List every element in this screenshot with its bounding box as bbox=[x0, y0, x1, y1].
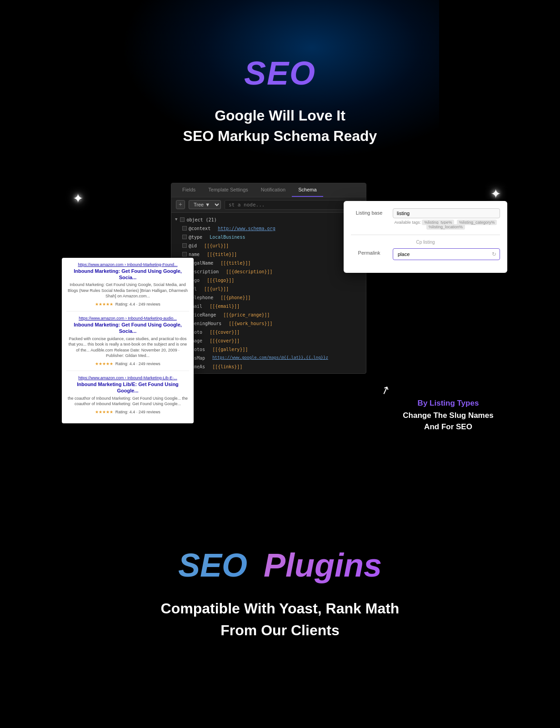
plugins-word: Plugins bbox=[264, 547, 382, 583]
curved-arrow-right-icon: ↗ bbox=[379, 382, 392, 397]
seo-word: SEO bbox=[178, 547, 247, 583]
g-stars-1: ★★★★★ bbox=[95, 302, 113, 306]
g-stars-2: ★★★★★ bbox=[95, 361, 113, 366]
schema-value-bracket: [[{url}]] bbox=[204, 242, 229, 249]
seo-subtitle: Google Will Love It SEO Markup Schema Re… bbox=[0, 105, 560, 146]
schema-value-bracket: [[{logo}]] bbox=[207, 277, 234, 284]
schema-key: name bbox=[189, 251, 205, 258]
permalink-label: Permalink bbox=[351, 248, 387, 256]
schema-tree-select[interactable]: Tree ▼ bbox=[189, 200, 221, 209]
schema-value-url: https://www.google.com/maps/@{{.lat}},{{… bbox=[212, 355, 328, 361]
schema-editor-panel: Fields Template Settings Notification Sc… bbox=[171, 183, 366, 374]
schema-row-description: description [[{description}]] bbox=[179, 267, 366, 276]
seo-plugins-subtitle-line1: Compatible With Yoast, Rank Math bbox=[161, 600, 400, 617]
g-rating-1: Rating: 4.4 · 249 reviews bbox=[115, 302, 160, 306]
bottom-spacer bbox=[0, 437, 560, 519]
schema-row-image: image [[{cover}]] bbox=[179, 336, 366, 345]
schema-search-input[interactable] bbox=[225, 200, 361, 210]
schema-row-openinghours: openingHours [[{work_hours}]] bbox=[179, 319, 366, 328]
google-result-2: https://www.amazon.com › Inbound-Marketi… bbox=[66, 316, 189, 371]
annotation-right-line1: Change The Slug Names bbox=[403, 411, 493, 420]
g-title-3: Inbound Marketing Lib/E: Get Found Using… bbox=[66, 381, 189, 394]
schema-row-type: @type LocalBusiness bbox=[179, 233, 366, 241]
schema-value-bracket: [[{links}]] bbox=[212, 363, 242, 370]
schema-row-legalname: legalName [[{title}]] bbox=[179, 259, 366, 267]
g-url-1: https://www.amazon.com › Inbound-Marketi… bbox=[66, 262, 189, 267]
tab-fields[interactable]: Fields bbox=[176, 183, 202, 197]
schema-checkbox[interactable] bbox=[180, 217, 185, 222]
schema-value: LocalBusiness bbox=[210, 234, 245, 241]
tag-badge-location: %listing_location% bbox=[426, 224, 465, 230]
seo-title: SEO bbox=[0, 55, 560, 92]
schema-row-email: email [[{email}]] bbox=[179, 302, 366, 311]
permalink-input[interactable] bbox=[393, 248, 500, 260]
permalink-row: Permalink ↻ bbox=[351, 248, 500, 260]
google-result-1: https://www.amazon.com › Inbound-Marketi… bbox=[66, 262, 189, 311]
schema-row-name: name [[{title}]] bbox=[179, 250, 366, 259]
schema-row-sameas: sameAs [[{links}]] bbox=[179, 362, 366, 371]
schema-row-url: url [[{url}]] bbox=[179, 285, 366, 293]
schema-value-bracket: [[{gallery}]] bbox=[212, 346, 248, 353]
tab-template-settings[interactable]: Template Settings bbox=[202, 183, 254, 197]
permalink-input-group: ↻ bbox=[393, 248, 500, 260]
schema-row-photo: photo [[{cover}]] bbox=[179, 328, 366, 336]
listing-base-input-group: Available tags: %listing_type% %listing_… bbox=[393, 208, 500, 229]
schema-value-bracket: [[{email}]] bbox=[210, 303, 240, 310]
permalink-input-wrap: ↻ bbox=[393, 248, 500, 260]
schema-value-bracket: [[{url}]] bbox=[204, 286, 229, 292]
schema-toolbar: + Tree ▼ bbox=[171, 197, 366, 213]
schema-value-bracket: [[{cover}]] bbox=[210, 337, 240, 344]
settings-panel: Listing base Available tags: %listing_ty… bbox=[344, 201, 507, 273]
schema-row-telephone: telephone [[{phone}]] bbox=[179, 293, 366, 302]
schema-key: object (21) bbox=[186, 216, 216, 223]
seo-plugins-subtitle: Compatible With Yoast, Rank Math From Ou… bbox=[9, 597, 551, 641]
schema-key: @id bbox=[189, 242, 202, 249]
schema-checkbox[interactable] bbox=[182, 243, 187, 248]
schema-row-context: @context http://www.schema.org bbox=[179, 224, 366, 233]
schema-row-pricerange: priceRange [[{price_range}]] bbox=[179, 311, 366, 319]
g-rating-3: Rating: 4.4 · 249 reviews bbox=[115, 410, 160, 414]
schema-content: ▼ object (21) @context http://www.schema… bbox=[171, 213, 366, 374]
tab-schema[interactable]: Schema bbox=[292, 183, 323, 197]
schema-row-hasmap: hasMap https://www.google.com/maps/@{{.l… bbox=[179, 354, 366, 362]
g-stars-3: ★★★★★ bbox=[95, 410, 113, 414]
schema-row-id: @id [[{url}]] bbox=[179, 241, 366, 250]
schema-row-object: ▼ object (21) bbox=[171, 216, 366, 224]
schema-key: openingHours bbox=[189, 320, 227, 327]
schema-key: @type bbox=[189, 234, 208, 241]
schema-checkbox[interactable] bbox=[182, 252, 187, 256]
available-tags-label: Available tags: bbox=[395, 220, 422, 225]
by-listing-types-label: By Listing Types bbox=[394, 399, 503, 408]
schema-key: description bbox=[189, 268, 224, 275]
schema-row-logo: logo [[{logo}]] bbox=[179, 276, 366, 285]
settings-divider bbox=[351, 235, 500, 235]
g-url-3: https://www.amazon.com › Inbound-Marketi… bbox=[66, 376, 189, 380]
seo-section: SEO Google Will Love It SEO Markup Schem… bbox=[0, 0, 560, 437]
annotation-right-text: Change The Slug Names And For SEO bbox=[394, 410, 503, 433]
annotation-right-line2: And For SEO bbox=[424, 422, 472, 431]
page-wrapper: SEO Google Will Love It SEO Markup Schem… bbox=[0, 0, 560, 728]
seo-plugins-title: SEO Plugins bbox=[9, 547, 551, 584]
google-result-3: https://www.amazon.com › Inbound-Marketi… bbox=[66, 376, 189, 419]
schema-checkbox[interactable] bbox=[182, 235, 187, 239]
g-title-1: Inbound Marketing: Get Found Using Googl… bbox=[66, 268, 189, 281]
listing-base-input[interactable] bbox=[393, 208, 500, 218]
schema-editor-tabs: Fields Template Settings Notification Sc… bbox=[171, 183, 366, 197]
schema-checkbox[interactable] bbox=[182, 226, 187, 231]
schema-value-bracket: [[{phone}]] bbox=[220, 294, 250, 301]
schema-row-photos: photos [[{gallery}]] bbox=[179, 345, 366, 354]
schema-row-address: address [[{location}]] bbox=[179, 371, 366, 374]
tab-notification[interactable]: Notification bbox=[255, 183, 292, 197]
settings-subtitle-listing: Cp listing bbox=[351, 240, 500, 245]
schema-value-bracket: [[{location}]] bbox=[215, 372, 253, 374]
schema-key: @context bbox=[189, 225, 216, 232]
seo-plugins-subtitle-line2: From Our Clients bbox=[220, 622, 339, 638]
g-title-2: Inbound Marketing: Get Found Using Googl… bbox=[66, 321, 189, 335]
schema-add-button[interactable]: + bbox=[176, 200, 185, 209]
schema-value-bracket: [[{description}]] bbox=[226, 268, 272, 275]
schema-value-bracket: [[{work_hours}]] bbox=[229, 320, 272, 327]
g-rating-2: Rating: 4.4 · 249 reviews bbox=[115, 361, 160, 366]
schema-value-url: http://www.schema.org bbox=[218, 225, 275, 232]
refresh-icon: ↻ bbox=[492, 251, 496, 257]
g-snippet-1: Inbound Marketing: Get Found Using Googl… bbox=[66, 282, 189, 299]
